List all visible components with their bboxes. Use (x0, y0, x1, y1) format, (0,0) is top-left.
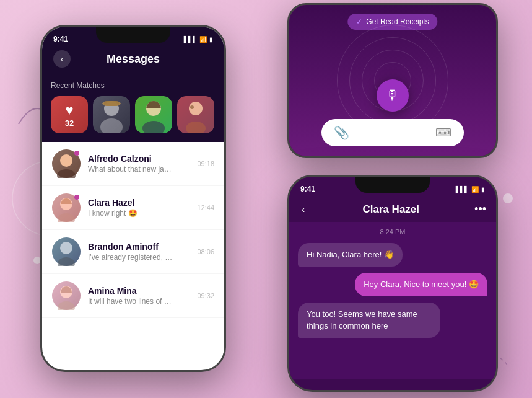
chat-message-0: Hi Nadia, Clara here! 👋 (307, 250, 394, 259)
keyboard-icon[interactable]: ⌨ (435, 126, 451, 139)
match-photo-3[interactable] (177, 96, 214, 133)
conv-preview-2: I've already registered, can't wai... (88, 253, 175, 262)
phone-notch-chat (355, 177, 430, 193)
messages-title: Messages (107, 53, 160, 66)
back-button[interactable]: ‹ (53, 50, 71, 68)
chat-more-button[interactable]: ••• (474, 203, 486, 216)
svg-point-8 (142, 121, 165, 133)
chat-bubble-0: Hi Nadia, Clara here! 👋 (298, 243, 403, 267)
avatar-brandon (52, 237, 81, 266)
voice-phone: ✓ Get Read Receipts 🎙 📎 ⌨ (287, 3, 498, 158)
battery-icon: ▮ (209, 36, 213, 43)
clip-icon[interactable]: 📎 (334, 125, 349, 140)
conv-preview-3: It will have two lines of heading ... (88, 297, 175, 306)
recent-matches-section: Recent Matches ♥ 32 (42, 76, 224, 142)
match-photo-2[interactable] (135, 96, 172, 133)
chat-message-2: You too! Seems we have same things in co… (307, 309, 417, 330)
conv-preview-0: What about that new jacket if I ... (88, 165, 175, 174)
conv-preview-1: I know right 🤩 (88, 209, 175, 218)
svg-rect-6 (104, 101, 119, 106)
mic-button[interactable]: 🎙 (377, 79, 409, 112)
conv-time-2: 08:06 (197, 248, 214, 255)
svg-point-11 (190, 105, 194, 109)
battery-icon-chat: ▮ (481, 186, 485, 193)
signal-icon: ▌▌▌ (184, 36, 197, 43)
conversations-list: Alfredo Calzoni What about that new jack… (42, 142, 224, 318)
conv-time-1: 12:44 (197, 204, 214, 211)
signal-icon-chat: ▌▌▌ (456, 186, 469, 193)
unread-dot-0 (74, 151, 79, 156)
svg-point-13 (57, 169, 76, 178)
conv-name-3: Amina Mina (88, 286, 192, 296)
conv-name-1: Clara Hazel (88, 198, 192, 208)
svg-point-17 (58, 257, 75, 266)
phone-notch (96, 27, 170, 43)
conv-time-0: 09:18 (197, 160, 214, 167)
conv-content-1: Clara Hazel I know right 🤩 (88, 198, 192, 218)
svg-point-16 (60, 242, 72, 254)
conv-name-0: Alfredo Calzoni (88, 154, 192, 164)
chat-contact-name: Clara Hazel (313, 203, 468, 216)
conv-time-3: 09:32 (197, 292, 214, 299)
conversation-item-2[interactable]: Brandon Aminoff I've already registered,… (42, 230, 224, 274)
avatar-clara (52, 193, 81, 222)
chat-bubble-1: Hey Clara, Nice to meet you! 🤩 (355, 273, 487, 296)
chat-message-1: Hey Clara, Nice to meet you! 🤩 (364, 280, 479, 289)
voice-toolbar: 📎 ⌨ (321, 119, 464, 146)
voice-screen: ✓ Get Read Receipts 🎙 📎 ⌨ (289, 5, 496, 156)
chat-header: ‹ Clara Hazel ••• (289, 197, 496, 222)
chat-phone: 9:41 ▌▌▌ 📶 ▮ ‹ Clara Hazel ••• 8:24 PM H… (287, 175, 498, 392)
mic-icon: 🎙 (386, 87, 399, 104)
recent-matches-label: Recent Matches (51, 81, 216, 90)
chat-body: 8:24 PM Hi Nadia, Clara here! 👋 Hey Clar… (289, 222, 496, 379)
status-icons-chat: ▌▌▌ 📶 ▮ (456, 186, 485, 193)
svg-point-10 (186, 122, 206, 133)
conv-name-2: Brandon Aminoff (88, 242, 192, 252)
conversation-item-1[interactable]: Clara Hazel I know right 🤩 12:44 (42, 186, 224, 230)
avatar-amina (52, 281, 81, 310)
conversation-item-0[interactable]: Alfredo Calzoni What about that new jack… (42, 142, 224, 186)
svg-point-4 (100, 118, 123, 133)
status-icons-left: ▌▌▌ 📶 ▮ (184, 36, 213, 43)
chat-bubble-2: You too! Seems we have same things in co… (298, 303, 440, 337)
chat-back-button[interactable]: ‹ (299, 204, 307, 215)
svg-point-19 (58, 301, 75, 310)
conv-content-0: Alfredo Calzoni What about that new jack… (88, 154, 192, 174)
messages-phone: 9:41 ▌▌▌ 📶 ▮ ‹ Messages Recent Matches ♥… (40, 25, 226, 372)
conversation-item-3[interactable]: Amina Mina It will have two lines of hea… (42, 274, 224, 318)
match-photo-1[interactable] (93, 96, 130, 133)
svg-point-12 (60, 154, 72, 167)
status-time-chat: 9:41 (300, 185, 315, 193)
status-time-left: 9:41 (53, 35, 68, 43)
heart-icon: ♥ (65, 102, 73, 118)
wifi-icon: 📶 (199, 36, 207, 43)
wifi-icon-chat: 📶 (471, 186, 479, 193)
avatar-alfredo (52, 149, 81, 178)
svg-point-15 (58, 213, 75, 222)
conv-content-2: Brandon Aminoff I've already registered,… (88, 242, 192, 262)
chat-timestamp: 8:24 PM (298, 228, 487, 236)
matches-row: ♥ 32 (51, 96, 216, 133)
unread-dot-1 (74, 195, 79, 200)
match-count: 32 (65, 118, 74, 128)
conv-content-3: Amina Mina It will have two lines of hea… (88, 286, 192, 306)
match-heart-thumb[interactable]: ♥ 32 (51, 96, 88, 133)
svg-point-1 (503, 193, 513, 203)
messages-header: ‹ Messages (42, 46, 224, 76)
